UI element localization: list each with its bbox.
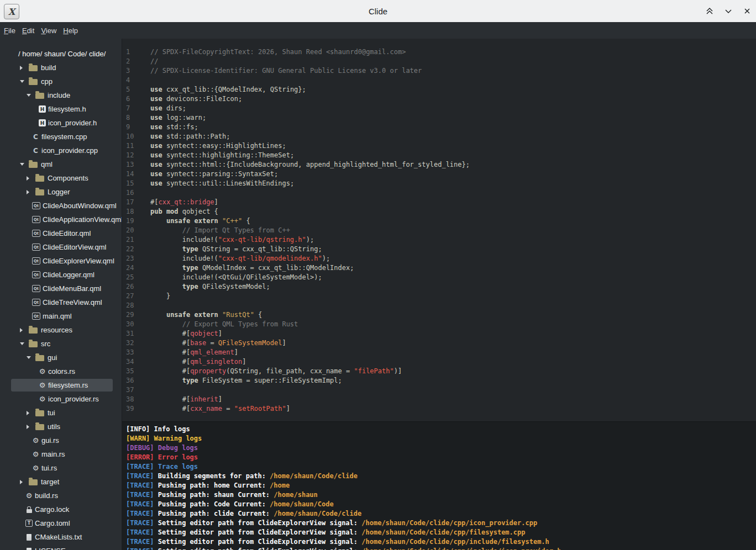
- expand-icon[interactable]: [27, 175, 35, 182]
- tree-item-ClideAboutWindow.qml[interactable]: QtClideAboutWindow.qml: [0, 199, 122, 213]
- keep-above-button[interactable]: [705, 7, 714, 15]
- code-line: 1// SPDX-FileCopyrightText: 2026, Shaun …: [122, 47, 756, 57]
- tree-item-label: utils: [48, 422, 60, 431]
- log-level-badge: [TRACE]: [126, 491, 154, 499]
- code-editor[interactable]: 1// SPDX-FileCopyrightText: 2026, Shaun …: [122, 39, 756, 421]
- tree-root-item[interactable]: / home/ shaun/ Code/ clide/: [0, 47, 122, 61]
- tree-item-icon_provider.rs[interactable]: ⚙icon_provider.rs: [0, 392, 122, 406]
- tree-item-build[interactable]: build: [0, 61, 122, 75]
- tree-item-LICENSE[interactable]: LICENSE: [0, 544, 122, 550]
- tree-item-ClideExplorerView.qml[interactable]: QtClideExplorerView.qml: [0, 254, 122, 268]
- code-text: use std::fs;: [150, 123, 198, 132]
- tree-item-cpp[interactable]: cpp: [0, 75, 122, 88]
- menu-view[interactable]: View: [38, 25, 60, 36]
- tree-item-label: src: [41, 340, 50, 348]
- log-message: Building segments for path:: [154, 472, 270, 480]
- menu-mnemonic: F: [4, 27, 8, 35]
- folder-icon: [35, 176, 44, 182]
- tree-item-ClideMenuBar.qml[interactable]: QtClideMenuBar.qml: [0, 282, 122, 295]
- folder-icon: [35, 424, 44, 430]
- tree-item-label: LICENSE: [35, 547, 66, 550]
- log-message: Setting editor path from ClideExplorerVi…: [154, 528, 362, 536]
- tree-item-ClideApplicationView.qml[interactable]: QtClideApplicationView.qml: [0, 213, 122, 226]
- tree-item-main.rs[interactable]: ⚙main.rs: [0, 447, 122, 461]
- qt-file-icon: Qt: [32, 299, 40, 306]
- tree-item-resources[interactable]: resources: [0, 323, 122, 337]
- tree-item-label: icon_provider.cpp: [41, 146, 98, 155]
- file-explorer[interactable]: / home/ shaun/ Code/ clide/buildcppinclu…: [0, 39, 122, 550]
- tree-item-main.qml[interactable]: Qtmain.qml: [0, 309, 122, 323]
- rust-file-icon: ⚙: [32, 464, 39, 472]
- menu-edit[interactable]: Edit: [19, 25, 38, 36]
- close-button[interactable]: [743, 7, 752, 15]
- code-line: 22 type QString = cxx_qt_lib::QString;: [122, 245, 756, 254]
- line-number: 26: [122, 282, 138, 292]
- tree-item-Cargo.lock[interactable]: Cargo.lock: [0, 503, 122, 516]
- tree-item-Logger[interactable]: Logger: [0, 185, 122, 199]
- log-message: Debug logs: [154, 444, 198, 452]
- tree-item-target[interactable]: target: [0, 475, 122, 489]
- tree-item-tui[interactable]: tui: [0, 406, 122, 420]
- code-line: 20 // Import Qt Types from C++: [122, 226, 756, 235]
- expand-icon[interactable]: [27, 410, 35, 416]
- tree-item-Components[interactable]: Components: [0, 171, 122, 185]
- tree-item-src[interactable]: src: [0, 337, 122, 351]
- tree-item-Cargo.toml[interactable]: TCargo.toml: [0, 516, 122, 530]
- tree-item-label: ClideTreeView.qml: [43, 298, 102, 306]
- tree-item-label: target: [41, 478, 59, 486]
- tree-item-gui[interactable]: gui: [0, 351, 122, 364]
- code-line: 9use std::fs;: [122, 123, 756, 132]
- line-number: 22: [122, 245, 138, 254]
- code-line: 15use syntect::util::LinesWithEndings;: [122, 179, 756, 188]
- menu-help[interactable]: Help: [60, 25, 81, 36]
- tree-item-filesystem.cpp[interactable]: Cfilesystem.cpp: [0, 130, 122, 144]
- tree-item-ClideLogger.qml[interactable]: QtClideLogger.qml: [0, 268, 122, 282]
- collapse-icon[interactable]: [20, 161, 29, 168]
- line-number: 20: [122, 226, 138, 235]
- tree-item-filesystem.h[interactable]: Hfilesystem.h: [0, 102, 122, 116]
- collapse-icon[interactable]: [27, 92, 35, 99]
- expand-icon[interactable]: [27, 424, 35, 430]
- code-line: 37: [122, 385, 756, 395]
- tree-item-CMakeLists.txt[interactable]: CMakeLists.txt: [0, 530, 122, 544]
- expand-icon[interactable]: [20, 65, 29, 71]
- log-panel[interactable]: [INFO] Info logs[WARN] Warning logs[DEBU…: [122, 421, 756, 550]
- tree-item-filesystem.rs[interactable]: ⚙filesystem.rs: [0, 378, 122, 392]
- line-number: 13: [122, 160, 138, 170]
- tree-item-colors.rs[interactable]: ⚙colors.rs: [0, 364, 122, 378]
- tree-item-tui.rs[interactable]: ⚙tui.rs: [0, 461, 122, 475]
- code-line: 25 include!(<QtGui/QFileSystemModel>);: [122, 273, 756, 282]
- minimize-button[interactable]: [724, 7, 733, 15]
- tree-item-ClideEditorView.qml[interactable]: QtClideEditorView.qml: [0, 240, 122, 254]
- tree-item-build.rs[interactable]: ⚙build.rs: [0, 489, 122, 503]
- line-number: 24: [122, 263, 138, 273]
- log-message: /home/shaun/Code/clide: [270, 472, 358, 480]
- tree-item-utils[interactable]: utils: [0, 420, 122, 433]
- tree-item-qml[interactable]: qml: [0, 157, 122, 171]
- tree-item-ClideEditor.qml[interactable]: QtClideEditor.qml: [0, 226, 122, 240]
- titlebar[interactable]: X Clide: [0, 0, 756, 22]
- collapse-icon[interactable]: [27, 355, 35, 361]
- qt-file-icon: Qt: [32, 313, 40, 320]
- tree-item-include[interactable]: include: [0, 88, 122, 102]
- tree-item-ClideTreeView.qml[interactable]: QtClideTreeView.qml: [0, 295, 122, 309]
- code-text: #[cxx_name = "setRootPath"]: [150, 404, 290, 414]
- app-icon: X: [4, 4, 19, 19]
- code-text: use syntect::util::LinesWithEndings;: [150, 179, 294, 188]
- collapse-icon[interactable]: [20, 78, 29, 85]
- menu-file[interactable]: File: [1, 25, 19, 36]
- expand-icon[interactable]: [20, 479, 29, 485]
- main-content: / home/ shaun/ Code/ clide/buildcppinclu…: [0, 39, 756, 550]
- expand-icon[interactable]: [27, 189, 35, 195]
- rust-file-icon: ⚙: [39, 395, 46, 403]
- tree-item-gui.rs[interactable]: ⚙gui.rs: [0, 433, 122, 447]
- tree-item-icon_provider.h[interactable]: Hicon_provider.h: [0, 116, 122, 130]
- tree-item-label: colors.rs: [48, 367, 75, 376]
- tree-item-icon_provider.cpp[interactable]: Cicon_provider.cpp: [0, 144, 122, 157]
- collapse-icon[interactable]: [20, 341, 29, 347]
- line-number: 25: [122, 273, 138, 282]
- code-text: use devicons::FileIcon;: [150, 94, 242, 104]
- tree-item-label: tui.rs: [41, 464, 57, 472]
- expand-icon[interactable]: [20, 327, 29, 334]
- line-number: 29: [122, 310, 138, 320]
